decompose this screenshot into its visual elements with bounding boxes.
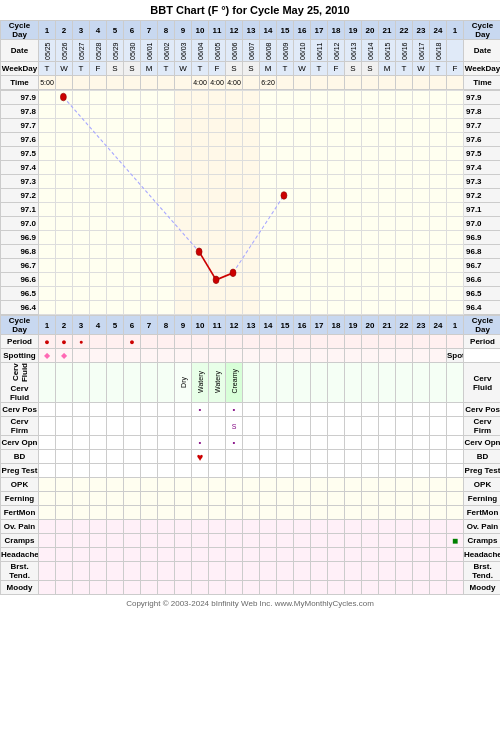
temp-cell-r0-c0 [39,91,56,105]
temp-cell-r11-c6 [141,245,158,259]
temp-cell-r6-c4 [107,175,124,189]
temp-cell-r11-c7 [158,245,175,259]
temp-cell-r0-c24 [447,91,464,105]
brst-tend-label: Brst. Tend. [1,562,39,581]
temp-cell-r9-c2 [73,217,90,231]
temp-cell-r10-c0 [39,231,56,245]
cramps-label-right: Cramps [464,534,501,548]
temp-cell-r1-c14 [277,105,294,119]
temp-label-97_7: 97.7 [1,119,39,133]
temp-cell-r7-c10 [209,189,226,203]
temp-cell-r7-c9 [192,189,209,203]
temp-cell-r15-c16 [311,301,328,315]
temp-cell-r11-c15 [294,245,311,259]
temp-label-right-96_7: 96.7 [464,259,501,273]
temp-cell-r3-c10 [209,133,226,147]
temp-cell-r10-c5 [124,231,141,245]
wd-12: S [226,62,243,76]
time-15 [277,76,294,90]
temp-cell-r11-c21 [396,245,413,259]
time-9 [175,76,192,90]
temp-cell-r4-c22 [413,147,430,161]
wd-11: F [209,62,226,76]
temp-cell-r11-c12 [243,245,260,259]
temp-cell-r1-c23 [430,105,447,119]
cd-22: 22 [396,21,413,40]
temp-cell-r10-c10 [209,231,226,245]
cerv-firm-row: Cerv Firm S Cerv Firm [1,417,501,436]
temp-cell-r7-c14 [277,189,294,203]
wd-14: M [260,62,277,76]
temp-cell-r11-c17 [328,245,345,259]
temp-cell-r7-c2 [73,189,90,203]
cd-7: 7 [141,21,158,40]
temp-cell-r2-c5 [124,119,141,133]
temp-cell-r7-c23 [430,189,447,203]
temp-cell-r7-c18 [345,189,362,203]
time-row: Time 5:00 4:00 4:00 4:00 6:20 [1,76,501,90]
temp-cell-r0-c2 [73,91,90,105]
temp-cell-r13-c22 [413,273,430,287]
temp-row-97_3: 97.397.3 [1,175,501,189]
temp-label-right-97_4: 97.4 [464,161,501,175]
temp-row-96_5: 96.596.5 [1,287,501,301]
temp-cell-r5-c7 [158,161,175,175]
preg-test-row: Preg Test Preg Test [1,464,501,478]
wd-5: S [107,62,124,76]
temp-label-right-97_7: 97.7 [464,119,501,133]
temp-cell-r6-c19 [362,175,379,189]
temp-cell-r13-c3 [90,273,107,287]
temp-label-97_6: 97.6 [1,133,39,147]
temp-cell-r11-c19 [362,245,379,259]
temp-cell-r14-c6 [141,287,158,301]
date-12: 06/06 [226,40,243,62]
temp-label-right-97_6: 97.6 [464,133,501,147]
temp-cell-r1-c21 [396,105,413,119]
temp-label-right-97_5: 97.5 [464,147,501,161]
temp-cell-r0-c10 [209,91,226,105]
temp-cell-r12-c9 [192,259,209,273]
temp-cell-r13-c19 [362,273,379,287]
temp-label-right-97_8: 97.8 [464,105,501,119]
temp-cell-r4-c24 [447,147,464,161]
temp-cell-r3-c17 [328,133,345,147]
fertmon-label: FertMon [1,506,39,520]
temp-cell-r0-c15 [294,91,311,105]
temp-cell-r12-c24 [447,259,464,273]
time-10: 4:00 [192,76,209,90]
temp-cell-r10-c21 [396,231,413,245]
temp-cell-r15-c22 [413,301,430,315]
cycle-day-bottom-label: Cycle Day [1,316,39,335]
temp-cell-r1-c11 [226,105,243,119]
temp-cell-r6-c9 [192,175,209,189]
temp-cell-r15-c9 [192,301,209,315]
temp-cell-r10-c1 [56,231,73,245]
temp-cell-r0-c17 [328,91,345,105]
wd-16: W [294,62,311,76]
temp-cell-r9-c10 [209,217,226,231]
temp-cell-r14-c10 [209,287,226,301]
temp-cell-r12-c15 [294,259,311,273]
moody-label-right: Moody [464,581,501,595]
temp-cell-r8-c13 [260,203,277,217]
temp-cell-r7-c12 [243,189,260,203]
weekday-label: WeekDay [1,62,39,76]
cerv-fluid-label: Cerv Fluid Cerv Fluid [1,363,39,403]
temp-cell-r1-c3 [90,105,107,119]
ov-pain-label-right: Ov. Pain [464,520,501,534]
date-row: Date 05/25 05/26 05/27 05/28 05/29 05/30… [1,40,501,62]
temp-label-97_8: 97.8 [1,105,39,119]
temp-cell-r2-c12 [243,119,260,133]
temp-cell-r8-c2 [73,203,90,217]
temp-cell-r13-c9 [192,273,209,287]
temp-cell-r4-c14 [277,147,294,161]
temp-cell-r12-c4 [107,259,124,273]
temp-cell-r6-c12 [243,175,260,189]
temp-cell-r13-c15 [294,273,311,287]
temp-cell-r3-c20 [379,133,396,147]
date-21: 06/15 [379,40,396,62]
temp-cell-r14-c14 [277,287,294,301]
temp-cell-r3-c21 [396,133,413,147]
wd-24: T [430,62,447,76]
temp-cell-r14-c5 [124,287,141,301]
